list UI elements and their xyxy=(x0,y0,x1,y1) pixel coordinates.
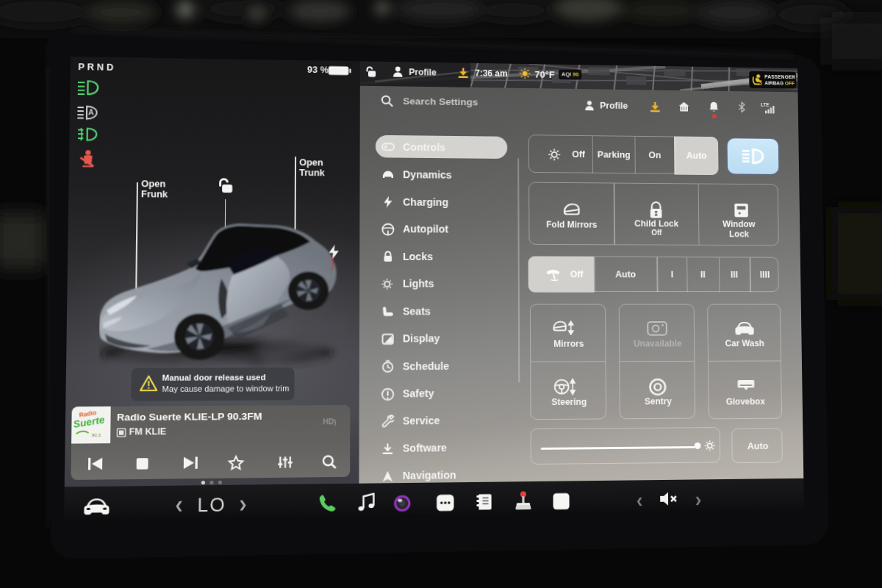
svg-text:2: 2 xyxy=(760,82,763,86)
svg-text:A: A xyxy=(88,109,94,117)
svg-text:LTE: LTE xyxy=(761,102,770,107)
svg-text:Suerte: Suerte xyxy=(73,414,106,430)
svg-text:90.3: 90.3 xyxy=(92,432,101,437)
